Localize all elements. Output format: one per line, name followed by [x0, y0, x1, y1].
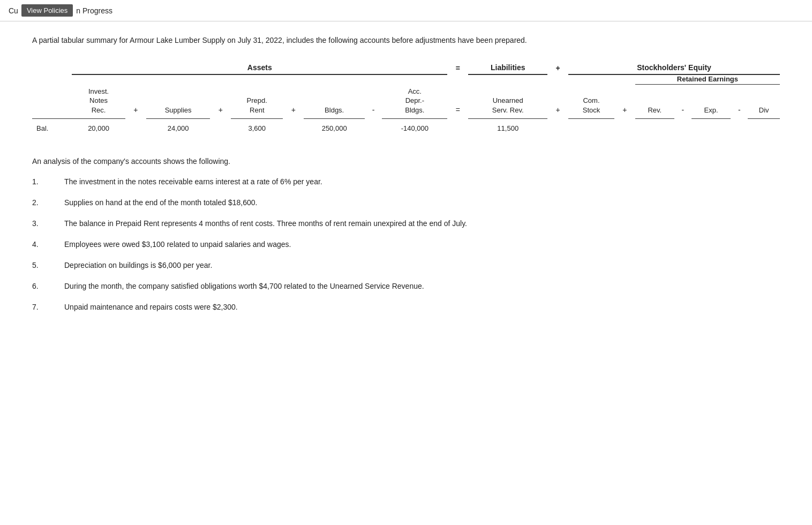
title-suffix: n Progress — [76, 6, 112, 15]
com-stock-header: Com.Stock — [568, 85, 614, 118]
op-cell-7 — [614, 118, 635, 138]
analysis-item-text: Employees were owed $3,100 related to un… — [64, 239, 780, 250]
op-cell-3 — [283, 118, 304, 138]
main-content: A partial tabular summary for Armour Lak… — [0, 21, 812, 335]
rev-value — [635, 118, 674, 138]
retained-earnings-subheader-row: Retained Earnings — [32, 74, 780, 85]
acc-depr-bldgs-header: Acc.Depr.-Bldgs. — [382, 85, 447, 118]
analysis-item-text: Depreciation on buildings is $6,000 per … — [64, 260, 780, 271]
minus-op-2: - — [674, 85, 691, 118]
invest-notes-rec-value: 20,000 — [72, 118, 125, 138]
column-header-row: Invest.NotesRec. + Supplies + Prepd.Rent… — [32, 85, 780, 118]
invest-notes-rec-header: Invest.NotesRec. — [72, 85, 125, 118]
empty-header-0 — [32, 61, 72, 74]
plus-op-4: + — [547, 85, 568, 118]
analysis-item-num: 1. — [32, 176, 64, 188]
plus-op-5: + — [614, 85, 635, 118]
analysis-item-num: 3. — [32, 218, 64, 229]
intro-paragraph: A partial tabular summary for Armour Lak… — [32, 34, 755, 46]
analysis-item-text: Supplies on hand at the end of the month… — [64, 197, 780, 208]
plus-op-1: + — [125, 85, 146, 118]
supplies-header: Supplies — [146, 85, 210, 118]
plus-op-2: + — [210, 85, 231, 118]
analysis-section: An analysis of the company's accounts sh… — [32, 157, 780, 313]
analysis-item-3: 3.The balance in Prepaid Rent represents… — [32, 218, 780, 229]
section-header-row: Assets = Liabilities + Stockholders' Equ… — [32, 61, 780, 74]
op-cell-4 — [365, 118, 382, 138]
eq-op: = — [447, 85, 468, 118]
op-cell-2 — [210, 118, 231, 138]
op-cell-5 — [447, 118, 468, 138]
analysis-item-4: 4.Employees were owed $3,100 related to … — [32, 239, 780, 250]
exp-header: Exp. — [691, 85, 731, 118]
analysis-item-5: 5.Depreciation on buildings is $6,000 pe… — [32, 260, 780, 271]
supplies-value: 24,000 — [146, 118, 210, 138]
minus-op-3: - — [731, 85, 748, 118]
bal-label: Bal. — [32, 118, 72, 138]
plus-sign-header: + — [547, 61, 568, 74]
minus-op-1: - — [365, 85, 382, 118]
eq-sign-header: = — [447, 61, 468, 74]
retained-earnings-label: Retained Earnings — [635, 74, 780, 85]
bldgs-header: Bldgs. — [304, 85, 365, 118]
analysis-list: 1.The investment in the notes receivable… — [32, 176, 780, 313]
analysis-item-text: Unpaid maintenance and repairs costs wer… — [64, 302, 780, 313]
exp-value — [691, 118, 731, 138]
op-cell-1 — [125, 118, 146, 138]
analysis-item-1: 1.The investment in the notes receivable… — [32, 176, 780, 188]
op-cell-9 — [731, 118, 748, 138]
op-cell-6 — [547, 118, 568, 138]
assets-section-header: Assets — [72, 61, 447, 74]
analysis-item-text: The balance in Prepaid Rent represents 4… — [64, 218, 780, 229]
analysis-item-num: 7. — [32, 302, 64, 313]
stockholders-equity-section-header: Stockholders' Equity — [568, 61, 780, 74]
analysis-item-num: 2. — [32, 197, 64, 208]
analysis-item-7: 7.Unpaid maintenance and repairs costs w… — [32, 302, 780, 313]
accounting-table: Assets = Liabilities + Stockholders' Equ… — [32, 61, 780, 137]
analysis-item-6: 6.During the month, the company satisfie… — [32, 281, 780, 292]
bal-col-header — [32, 85, 72, 118]
op-cell-8 — [674, 118, 691, 138]
unearned-serv-rev-value: 11,500 — [468, 118, 547, 138]
rev-header: Rev. — [635, 85, 674, 118]
analysis-item-2: 2.Supplies on hand at the end of the mon… — [32, 197, 780, 208]
analysis-item-num: 6. — [32, 281, 64, 292]
bldgs-value: 250,000 — [304, 118, 365, 138]
balance-row: Bal. 20,000 24,000 3,600 250,000 -140,00… — [32, 118, 780, 138]
analysis-item-num: 4. — [32, 239, 64, 250]
analysis-item-text: The investment in the notes receivable e… — [64, 176, 780, 188]
top-bar: Cu View Policies n Progress — [0, 0, 812, 21]
acc-depr-value: -140,000 — [382, 118, 447, 138]
div-value — [748, 118, 780, 138]
plus-op-3: + — [283, 85, 304, 118]
title-prefix: Cu — [9, 6, 18, 15]
unearned-serv-rev-header: UnearnedServ. Rev. — [468, 85, 547, 118]
analysis-item-text: During the month, the company satisfied … — [64, 281, 780, 292]
prepd-rent-value: 3,600 — [231, 118, 283, 138]
view-policies-button[interactable]: View Policies — [21, 4, 73, 17]
analysis-item-num: 5. — [32, 260, 64, 271]
liabilities-section-header: Liabilities — [468, 61, 547, 74]
analysis-intro-text: An analysis of the company's accounts sh… — [32, 157, 780, 166]
prepd-rent-header: Prepd.Rent — [231, 85, 283, 118]
accounting-table-container: Assets = Liabilities + Stockholders' Equ… — [32, 61, 780, 137]
div-header: Div — [748, 85, 780, 118]
com-stock-value — [568, 118, 614, 138]
